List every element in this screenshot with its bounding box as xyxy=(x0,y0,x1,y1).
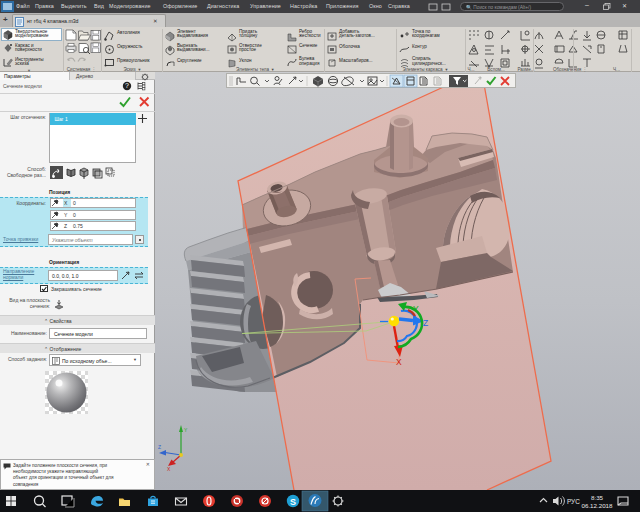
svg-text:?: ? xyxy=(125,82,129,89)
svg-text:X: X xyxy=(396,357,402,367)
svg-text:Y: Y xyxy=(413,304,419,314)
svg-text:8:35: 8:35 xyxy=(591,494,604,501)
svg-text:РУС: РУС xyxy=(567,498,580,505)
svg-text:Z: Z xyxy=(158,444,161,450)
svg-text:06.12.2018: 06.12.2018 xyxy=(582,502,614,509)
svg-text:Z: Z xyxy=(423,318,428,328)
svg-text:S: S xyxy=(290,497,296,507)
